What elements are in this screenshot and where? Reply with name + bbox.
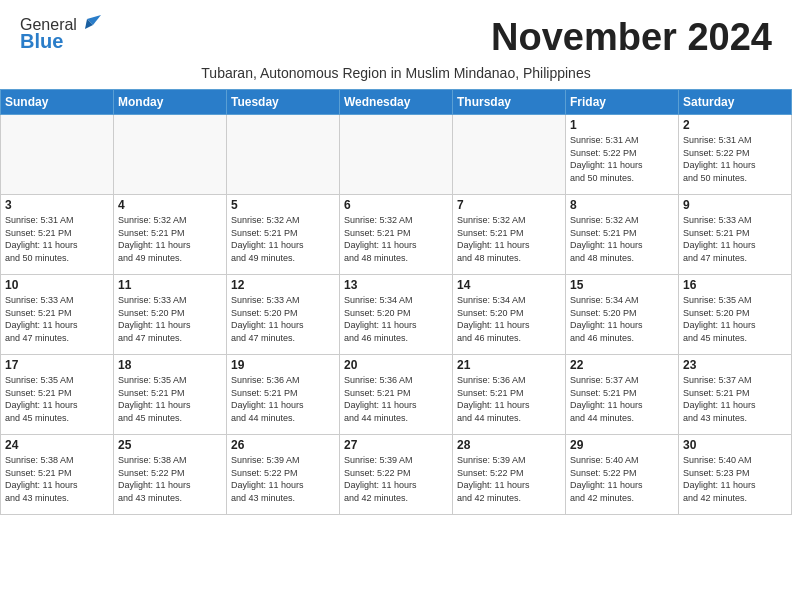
- calendar-cell: 11Sunrise: 5:33 AM Sunset: 5:20 PM Dayli…: [114, 275, 227, 355]
- week-row-3: 10Sunrise: 5:33 AM Sunset: 5:21 PM Dayli…: [1, 275, 792, 355]
- calendar-cell: [227, 115, 340, 195]
- day-number: 23: [683, 358, 787, 372]
- col-header-tuesday: Tuesday: [227, 90, 340, 115]
- logo: General Blue: [20, 16, 101, 53]
- calendar-header-row: SundayMondayTuesdayWednesdayThursdayFrid…: [1, 90, 792, 115]
- day-number: 2: [683, 118, 787, 132]
- day-number: 29: [570, 438, 674, 452]
- day-info: Sunrise: 5:35 AM Sunset: 5:21 PM Dayligh…: [118, 374, 222, 424]
- day-number: 20: [344, 358, 448, 372]
- day-number: 30: [683, 438, 787, 452]
- day-info: Sunrise: 5:32 AM Sunset: 5:21 PM Dayligh…: [118, 214, 222, 264]
- calendar-table: SundayMondayTuesdayWednesdayThursdayFrid…: [0, 89, 792, 515]
- day-number: 18: [118, 358, 222, 372]
- day-info: Sunrise: 5:38 AM Sunset: 5:22 PM Dayligh…: [118, 454, 222, 504]
- day-number: 10: [5, 278, 109, 292]
- calendar-cell: 30Sunrise: 5:40 AM Sunset: 5:23 PM Dayli…: [679, 435, 792, 515]
- day-number: 25: [118, 438, 222, 452]
- day-number: 4: [118, 198, 222, 212]
- calendar-cell: 10Sunrise: 5:33 AM Sunset: 5:21 PM Dayli…: [1, 275, 114, 355]
- day-number: 19: [231, 358, 335, 372]
- day-number: 28: [457, 438, 561, 452]
- calendar-cell: 19Sunrise: 5:36 AM Sunset: 5:21 PM Dayli…: [227, 355, 340, 435]
- calendar-cell: [114, 115, 227, 195]
- day-info: Sunrise: 5:34 AM Sunset: 5:20 PM Dayligh…: [344, 294, 448, 344]
- calendar-cell: 22Sunrise: 5:37 AM Sunset: 5:21 PM Dayli…: [566, 355, 679, 435]
- calendar-cell: 5Sunrise: 5:32 AM Sunset: 5:21 PM Daylig…: [227, 195, 340, 275]
- calendar-cell: 21Sunrise: 5:36 AM Sunset: 5:21 PM Dayli…: [453, 355, 566, 435]
- calendar-cell: 28Sunrise: 5:39 AM Sunset: 5:22 PM Dayli…: [453, 435, 566, 515]
- col-header-friday: Friday: [566, 90, 679, 115]
- calendar-cell: 13Sunrise: 5:34 AM Sunset: 5:20 PM Dayli…: [340, 275, 453, 355]
- day-info: Sunrise: 5:32 AM Sunset: 5:21 PM Dayligh…: [344, 214, 448, 264]
- calendar-cell: 7Sunrise: 5:32 AM Sunset: 5:21 PM Daylig…: [453, 195, 566, 275]
- calendar-cell: 24Sunrise: 5:38 AM Sunset: 5:21 PM Dayli…: [1, 435, 114, 515]
- calendar-cell: [340, 115, 453, 195]
- day-info: Sunrise: 5:38 AM Sunset: 5:21 PM Dayligh…: [5, 454, 109, 504]
- day-number: 8: [570, 198, 674, 212]
- calendar-cell: 23Sunrise: 5:37 AM Sunset: 5:21 PM Dayli…: [679, 355, 792, 435]
- day-info: Sunrise: 5:39 AM Sunset: 5:22 PM Dayligh…: [231, 454, 335, 504]
- day-info: Sunrise: 5:31 AM Sunset: 5:22 PM Dayligh…: [570, 134, 674, 184]
- day-info: Sunrise: 5:35 AM Sunset: 5:21 PM Dayligh…: [5, 374, 109, 424]
- calendar-cell: 15Sunrise: 5:34 AM Sunset: 5:20 PM Dayli…: [566, 275, 679, 355]
- day-number: 27: [344, 438, 448, 452]
- week-row-5: 24Sunrise: 5:38 AM Sunset: 5:21 PM Dayli…: [1, 435, 792, 515]
- col-header-monday: Monday: [114, 90, 227, 115]
- day-info: Sunrise: 5:32 AM Sunset: 5:21 PM Dayligh…: [457, 214, 561, 264]
- day-number: 16: [683, 278, 787, 292]
- calendar-cell: [453, 115, 566, 195]
- calendar-cell: [1, 115, 114, 195]
- calendar-cell: 18Sunrise: 5:35 AM Sunset: 5:21 PM Dayli…: [114, 355, 227, 435]
- day-number: 17: [5, 358, 109, 372]
- day-number: 1: [570, 118, 674, 132]
- calendar-cell: 25Sunrise: 5:38 AM Sunset: 5:22 PM Dayli…: [114, 435, 227, 515]
- calendar-cell: 20Sunrise: 5:36 AM Sunset: 5:21 PM Dayli…: [340, 355, 453, 435]
- day-info: Sunrise: 5:34 AM Sunset: 5:20 PM Dayligh…: [570, 294, 674, 344]
- col-header-wednesday: Wednesday: [340, 90, 453, 115]
- day-number: 14: [457, 278, 561, 292]
- calendar-cell: 29Sunrise: 5:40 AM Sunset: 5:22 PM Dayli…: [566, 435, 679, 515]
- calendar-cell: 1Sunrise: 5:31 AM Sunset: 5:22 PM Daylig…: [566, 115, 679, 195]
- day-number: 12: [231, 278, 335, 292]
- calendar-cell: 17Sunrise: 5:35 AM Sunset: 5:21 PM Dayli…: [1, 355, 114, 435]
- day-info: Sunrise: 5:36 AM Sunset: 5:21 PM Dayligh…: [344, 374, 448, 424]
- day-number: 3: [5, 198, 109, 212]
- day-info: Sunrise: 5:39 AM Sunset: 5:22 PM Dayligh…: [457, 454, 561, 504]
- calendar-cell: 9Sunrise: 5:33 AM Sunset: 5:21 PM Daylig…: [679, 195, 792, 275]
- location-subtitle: Tubaran, Autonomous Region in Muslim Min…: [0, 63, 792, 89]
- calendar-cell: 2Sunrise: 5:31 AM Sunset: 5:22 PM Daylig…: [679, 115, 792, 195]
- calendar-cell: 26Sunrise: 5:39 AM Sunset: 5:22 PM Dayli…: [227, 435, 340, 515]
- week-row-1: 1Sunrise: 5:31 AM Sunset: 5:22 PM Daylig…: [1, 115, 792, 195]
- day-number: 5: [231, 198, 335, 212]
- week-row-2: 3Sunrise: 5:31 AM Sunset: 5:21 PM Daylig…: [1, 195, 792, 275]
- day-number: 6: [344, 198, 448, 212]
- day-info: Sunrise: 5:32 AM Sunset: 5:21 PM Dayligh…: [231, 214, 335, 264]
- month-title: November 2024: [491, 16, 772, 59]
- day-info: Sunrise: 5:36 AM Sunset: 5:21 PM Dayligh…: [231, 374, 335, 424]
- calendar-cell: 3Sunrise: 5:31 AM Sunset: 5:21 PM Daylig…: [1, 195, 114, 275]
- day-info: Sunrise: 5:35 AM Sunset: 5:20 PM Dayligh…: [683, 294, 787, 344]
- col-header-thursday: Thursday: [453, 90, 566, 115]
- day-info: Sunrise: 5:31 AM Sunset: 5:21 PM Dayligh…: [5, 214, 109, 264]
- day-info: Sunrise: 5:33 AM Sunset: 5:21 PM Dayligh…: [5, 294, 109, 344]
- page-header: General Blue November 2024: [0, 0, 792, 63]
- day-info: Sunrise: 5:31 AM Sunset: 5:22 PM Dayligh…: [683, 134, 787, 184]
- day-number: 11: [118, 278, 222, 292]
- day-number: 7: [457, 198, 561, 212]
- day-number: 9: [683, 198, 787, 212]
- day-info: Sunrise: 5:34 AM Sunset: 5:20 PM Dayligh…: [457, 294, 561, 344]
- day-number: 21: [457, 358, 561, 372]
- day-number: 15: [570, 278, 674, 292]
- day-info: Sunrise: 5:33 AM Sunset: 5:20 PM Dayligh…: [118, 294, 222, 344]
- col-header-saturday: Saturday: [679, 90, 792, 115]
- day-number: 13: [344, 278, 448, 292]
- day-info: Sunrise: 5:40 AM Sunset: 5:22 PM Dayligh…: [570, 454, 674, 504]
- day-info: Sunrise: 5:39 AM Sunset: 5:22 PM Dayligh…: [344, 454, 448, 504]
- day-number: 22: [570, 358, 674, 372]
- day-number: 24: [5, 438, 109, 452]
- day-info: Sunrise: 5:36 AM Sunset: 5:21 PM Dayligh…: [457, 374, 561, 424]
- day-number: 26: [231, 438, 335, 452]
- day-info: Sunrise: 5:33 AM Sunset: 5:20 PM Dayligh…: [231, 294, 335, 344]
- col-header-sunday: Sunday: [1, 90, 114, 115]
